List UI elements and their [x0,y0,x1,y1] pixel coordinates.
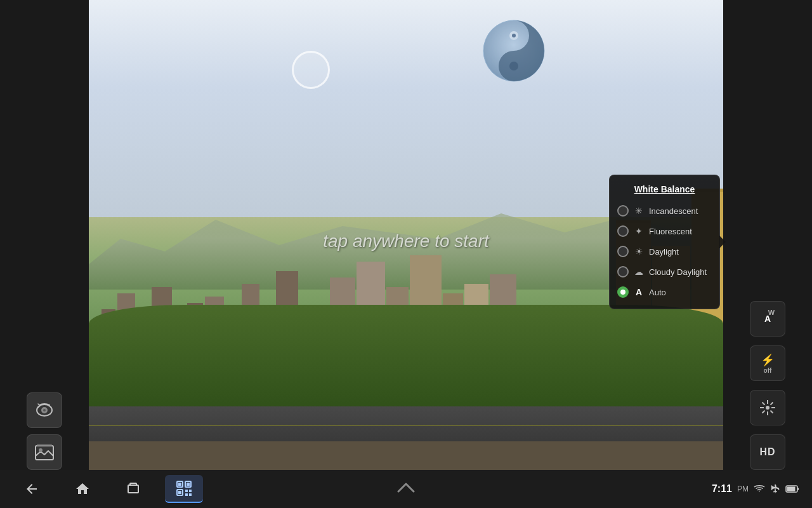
status-time: 7:11 [712,483,732,495]
wb-option-incandescent[interactable]: ✳ Incandescent [610,201,719,221]
svg-rect-8 [37,444,52,446]
svg-rect-29 [185,493,188,496]
svg-rect-26 [178,491,181,494]
flash-label: off [764,367,772,374]
focus-circle [292,51,330,89]
wb-label-incandescent: Incandescent [649,206,698,216]
flash-icon: ⚡ [761,353,775,367]
road [89,406,723,444]
battery-icon [785,485,799,493]
airplane-icon [770,484,780,494]
svg-point-10 [766,406,769,410]
wb-radio-cloudy-daylight [617,266,629,277]
nav-back-button[interactable] [13,475,51,503]
wifi-icon [754,485,765,493]
wb-option-cloudy-daylight[interactable]: ☁ Cloudy Daylight [610,262,719,282]
svg-rect-20 [130,483,136,485]
wb-radio-incandescent [617,205,629,217]
wb-label-fluorescent: Fluorescent [649,227,692,236]
wb-radio-daylight [617,246,629,257]
wb-radio-auto [617,286,629,298]
white-balance-button[interactable]: W A [750,301,785,337]
svg-rect-33 [787,487,796,491]
left-panel [0,0,89,483]
wb-superscript: W [768,309,775,316]
white-balance-panel: White Balance ✳ Incandescent ✦ Fluoresce… [609,175,720,309]
svg-line-15 [763,403,765,405]
hd-button[interactable]: HD [750,434,785,470]
svg-line-18 [763,411,765,413]
yinyang-symbol [482,19,546,83]
svg-rect-19 [128,485,138,493]
wb-panel-title: White Balance [610,182,719,201]
camera-switch-button[interactable] [27,392,62,428]
nav-recents-button[interactable] [114,475,152,503]
nav-up-button[interactable] [393,480,419,498]
right-panel: W A ⚡ off HD [723,0,812,483]
status-bar: 7:11 PM [712,483,799,495]
svg-line-16 [771,411,773,413]
svg-point-2 [509,62,518,70]
wb-option-auto[interactable]: A Auto [610,282,719,302]
nav-bar: 7:11 PM [0,470,812,508]
wb-icon-incandescent: ✳ [634,206,644,216]
wb-icon-auto: A [634,287,644,297]
svg-rect-27 [185,490,188,492]
gallery-button[interactable] [27,434,62,470]
svg-rect-32 [797,488,799,490]
svg-line-17 [771,403,773,405]
flash-button[interactable]: ⚡ off [750,345,785,381]
wb-icon-fluorescent: ✦ [634,226,644,236]
effects-icon [759,399,776,417]
nav-home-button[interactable] [63,475,102,503]
svg-rect-28 [189,490,192,492]
wb-radio-fluorescent [617,225,629,237]
wb-option-daylight[interactable]: ☀ Daylight [610,241,719,262]
svg-point-3 [512,34,516,37]
wb-label-daylight: Daylight [649,247,679,257]
wb-label-cloudy-daylight: Cloudy Daylight [649,267,707,277]
nav-qr-button[interactable] [165,475,203,503]
wb-label-auto: Auto [649,288,666,297]
wb-icon-daylight: ☀ [634,246,644,257]
wb-icon-cloudy-daylight: ☁ [634,267,644,277]
svg-rect-24 [187,483,190,486]
status-ampm: PM [737,485,749,493]
svg-point-6 [43,409,46,411]
svg-rect-30 [189,493,192,496]
effects-button[interactable] [750,390,785,425]
svg-point-9 [39,448,43,452]
hd-label: HD [759,446,775,458]
wb-option-fluorescent[interactable]: ✦ Fluorescent [610,221,719,241]
svg-rect-22 [178,483,181,486]
